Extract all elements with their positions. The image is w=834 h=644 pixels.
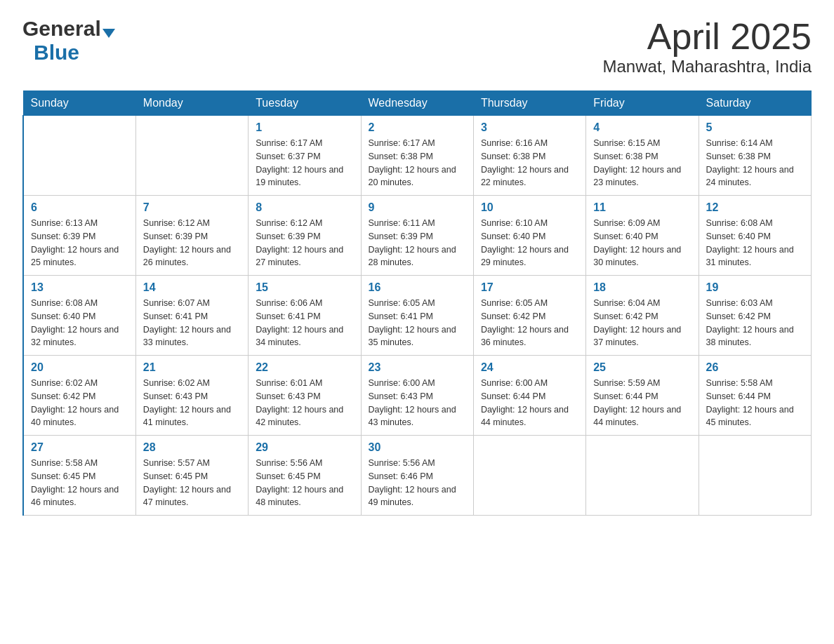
day-detail: Sunrise: 6:05 AMSunset: 6:42 PMDaylight:…	[481, 297, 578, 349]
day-number: 21	[143, 361, 241, 374]
calendar-cell: 30Sunrise: 5:56 AMSunset: 6:46 PMDayligh…	[361, 436, 473, 516]
day-detail: Sunrise: 6:03 AMSunset: 6:42 PMDaylight:…	[706, 297, 804, 349]
day-header-wednesday: Wednesday	[361, 91, 473, 116]
day-detail: Sunrise: 5:58 AMSunset: 6:44 PMDaylight:…	[706, 377, 804, 429]
days-of-week-row: SundayMondayTuesdayWednesdayThursdayFrid…	[23, 91, 812, 116]
day-detail: Sunrise: 6:02 AMSunset: 6:43 PMDaylight:…	[143, 377, 241, 429]
calendar-cell: 14Sunrise: 6:07 AMSunset: 6:41 PMDayligh…	[135, 276, 248, 356]
day-detail: Sunrise: 5:59 AMSunset: 6:44 PMDaylight:…	[593, 377, 691, 429]
day-detail: Sunrise: 5:57 AMSunset: 6:45 PMDaylight:…	[143, 457, 241, 509]
calendar-cell: 25Sunrise: 5:59 AMSunset: 6:44 PMDayligh…	[586, 356, 699, 436]
calendar-body: 1Sunrise: 6:17 AMSunset: 6:37 PMDaylight…	[23, 116, 812, 516]
day-number: 4	[593, 121, 691, 134]
day-number: 30	[369, 441, 466, 454]
day-detail: Sunrise: 6:13 AMSunset: 6:39 PMDaylight:…	[31, 217, 128, 269]
calendar-cell: 1Sunrise: 6:17 AMSunset: 6:37 PMDaylight…	[249, 116, 361, 196]
day-detail: Sunrise: 6:08 AMSunset: 6:40 PMDaylight:…	[706, 217, 804, 269]
logo: General Blue	[22, 17, 115, 65]
title-block: April 2025 Manwat, Maharashtra, India	[603, 17, 812, 76]
day-detail: Sunrise: 6:02 AMSunset: 6:42 PMDaylight:…	[31, 377, 128, 429]
day-detail: Sunrise: 6:00 AMSunset: 6:44 PMDaylight:…	[481, 377, 578, 429]
day-number: 11	[593, 201, 691, 214]
calendar-cell: 24Sunrise: 6:00 AMSunset: 6:44 PMDayligh…	[473, 356, 585, 436]
day-number: 29	[256, 441, 353, 454]
calendar-cell: 2Sunrise: 6:17 AMSunset: 6:38 PMDaylight…	[361, 116, 473, 196]
day-detail: Sunrise: 6:04 AMSunset: 6:42 PMDaylight:…	[593, 297, 691, 349]
day-detail: Sunrise: 6:10 AMSunset: 6:40 PMDaylight:…	[481, 217, 578, 269]
day-number: 23	[369, 361, 466, 374]
day-detail: Sunrise: 6:16 AMSunset: 6:38 PMDaylight:…	[481, 137, 578, 189]
logo-blue-text: Blue	[34, 41, 115, 65]
day-number: 17	[481, 281, 578, 294]
day-number: 1	[256, 121, 353, 134]
day-header-tuesday: Tuesday	[249, 91, 361, 116]
day-detail: Sunrise: 6:01 AMSunset: 6:43 PMDaylight:…	[256, 377, 353, 429]
day-detail: Sunrise: 6:08 AMSunset: 6:40 PMDaylight:…	[31, 297, 128, 349]
calendar-cell: 12Sunrise: 6:08 AMSunset: 6:40 PMDayligh…	[699, 196, 811, 276]
day-detail: Sunrise: 6:05 AMSunset: 6:41 PMDaylight:…	[369, 297, 466, 349]
day-detail: Sunrise: 5:56 AMSunset: 6:45 PMDaylight:…	[256, 457, 353, 509]
day-detail: Sunrise: 6:00 AMSunset: 6:43 PMDaylight:…	[369, 377, 466, 429]
calendar-cell: 8Sunrise: 6:12 AMSunset: 6:39 PMDaylight…	[249, 196, 361, 276]
calendar-cell: 23Sunrise: 6:00 AMSunset: 6:43 PMDayligh…	[361, 356, 473, 436]
day-detail: Sunrise: 6:07 AMSunset: 6:41 PMDaylight:…	[143, 297, 241, 349]
page-header: General Blue April 2025 Manwat, Maharash…	[22, 17, 812, 76]
day-number: 18	[593, 281, 691, 294]
calendar-cell: 5Sunrise: 6:14 AMSunset: 6:38 PMDaylight…	[699, 116, 811, 196]
day-number: 27	[31, 441, 128, 454]
calendar-cell: 27Sunrise: 5:58 AMSunset: 6:45 PMDayligh…	[23, 436, 135, 516]
day-detail: Sunrise: 5:56 AMSunset: 6:46 PMDaylight:…	[369, 457, 466, 509]
day-number: 20	[31, 361, 128, 374]
calendar-cell	[586, 436, 699, 516]
day-number: 2	[369, 121, 466, 134]
day-number: 28	[143, 441, 241, 454]
day-header-saturday: Saturday	[699, 91, 811, 116]
day-number: 24	[481, 361, 578, 374]
calendar-cell	[473, 436, 585, 516]
day-number: 16	[369, 281, 466, 294]
day-detail: Sunrise: 6:12 AMSunset: 6:39 PMDaylight:…	[143, 217, 241, 269]
calendar-week-1: 1Sunrise: 6:17 AMSunset: 6:37 PMDaylight…	[23, 116, 812, 196]
calendar-cell: 19Sunrise: 6:03 AMSunset: 6:42 PMDayligh…	[699, 276, 811, 356]
day-number: 5	[706, 121, 804, 134]
calendar-cell: 22Sunrise: 6:01 AMSunset: 6:43 PMDayligh…	[249, 356, 361, 436]
calendar-cell: 17Sunrise: 6:05 AMSunset: 6:42 PMDayligh…	[473, 276, 585, 356]
day-header-thursday: Thursday	[473, 91, 585, 116]
calendar-table: SundayMondayTuesdayWednesdayThursdayFrid…	[22, 90, 812, 516]
calendar-cell: 9Sunrise: 6:11 AMSunset: 6:39 PMDaylight…	[361, 196, 473, 276]
calendar-cell: 18Sunrise: 6:04 AMSunset: 6:42 PMDayligh…	[586, 276, 699, 356]
calendar-cell: 11Sunrise: 6:09 AMSunset: 6:40 PMDayligh…	[586, 196, 699, 276]
day-number: 10	[481, 201, 578, 214]
calendar-cell: 7Sunrise: 6:12 AMSunset: 6:39 PMDaylight…	[135, 196, 248, 276]
day-header-friday: Friday	[586, 91, 699, 116]
calendar-cell	[699, 436, 811, 516]
logo-arrow-icon	[102, 29, 115, 38]
calendar-week-5: 27Sunrise: 5:58 AMSunset: 6:45 PMDayligh…	[23, 436, 812, 516]
day-number: 22	[256, 361, 353, 374]
day-number: 19	[706, 281, 804, 294]
day-detail: Sunrise: 6:11 AMSunset: 6:39 PMDaylight:…	[369, 217, 466, 269]
calendar-cell: 28Sunrise: 5:57 AMSunset: 6:45 PMDayligh…	[135, 436, 248, 516]
calendar-cell: 3Sunrise: 6:16 AMSunset: 6:38 PMDaylight…	[473, 116, 585, 196]
day-header-sunday: Sunday	[23, 91, 135, 116]
day-detail: Sunrise: 6:15 AMSunset: 6:38 PMDaylight:…	[593, 137, 691, 189]
calendar-week-3: 13Sunrise: 6:08 AMSunset: 6:40 PMDayligh…	[23, 276, 812, 356]
calendar-subtitle: Manwat, Maharashtra, India	[603, 57, 812, 76]
day-detail: Sunrise: 6:14 AMSunset: 6:38 PMDaylight:…	[706, 137, 804, 189]
day-number: 12	[706, 201, 804, 214]
calendar-week-2: 6Sunrise: 6:13 AMSunset: 6:39 PMDaylight…	[23, 196, 812, 276]
day-number: 26	[706, 361, 804, 374]
day-detail: Sunrise: 6:17 AMSunset: 6:38 PMDaylight:…	[369, 137, 466, 189]
day-number: 13	[31, 281, 128, 294]
calendar-cell: 4Sunrise: 6:15 AMSunset: 6:38 PMDaylight…	[586, 116, 699, 196]
day-header-monday: Monday	[135, 91, 248, 116]
calendar-cell	[135, 116, 248, 196]
day-number: 8	[256, 201, 353, 214]
calendar-cell: 6Sunrise: 6:13 AMSunset: 6:39 PMDaylight…	[23, 196, 135, 276]
calendar-cell: 20Sunrise: 6:02 AMSunset: 6:42 PMDayligh…	[23, 356, 135, 436]
day-number: 14	[143, 281, 241, 294]
calendar-cell: 15Sunrise: 6:06 AMSunset: 6:41 PMDayligh…	[249, 276, 361, 356]
logo-general-text: General	[22, 17, 101, 41]
day-number: 6	[31, 201, 128, 214]
day-detail: Sunrise: 6:12 AMSunset: 6:39 PMDaylight:…	[256, 217, 353, 269]
